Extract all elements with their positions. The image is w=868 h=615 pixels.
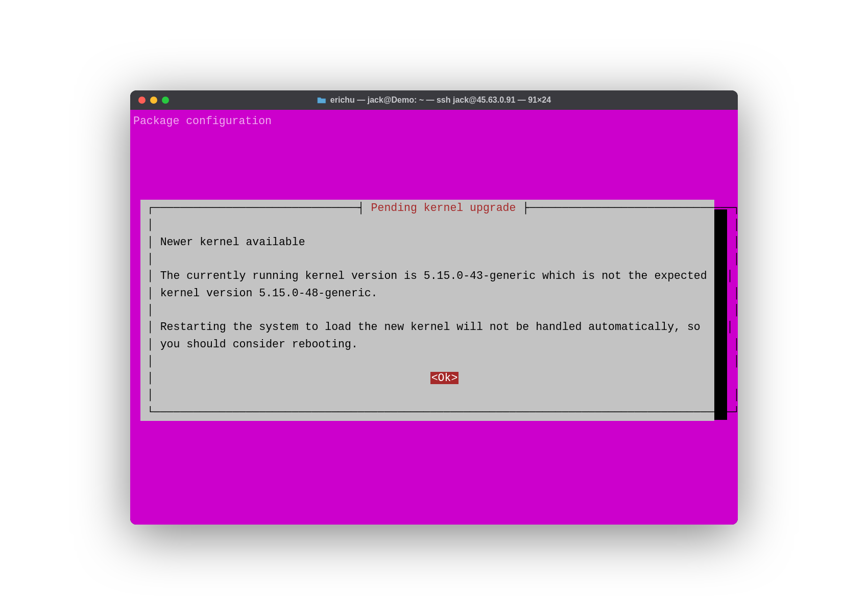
dialog-subtitle: Newer kernel available (160, 236, 305, 248)
dialog-body-line1: The currently running kernel version is … (160, 270, 707, 282)
dialog-body-line4: you should consider rebooting. (160, 338, 358, 350)
window-titlebar[interactable]: erichu — jack@Demo: ~ — ssh jack@45.63.0… (130, 90, 738, 110)
zoom-icon[interactable] (162, 97, 169, 104)
terminal-window: erichu — jack@Demo: ~ — ssh jack@45.63.0… (130, 90, 738, 525)
package-config-header: Package configuration (133, 113, 735, 130)
terminal-window-container: erichu — jack@Demo: ~ — ssh jack@45.63.0… (130, 90, 738, 525)
window-title-group: erichu — jack@Demo: ~ — ssh jack@45.63.0… (317, 96, 551, 105)
terminal-body[interactable]: Package configuration ┌─────────────────… (130, 110, 738, 525)
window-title: erichu — jack@Demo: ~ — ssh jack@45.63.0… (330, 96, 551, 105)
close-icon[interactable] (138, 97, 146, 104)
dialog-box: ┌───────────────────────────────┤ Pendin… (140, 200, 714, 421)
dialog-title: Pending kernel upgrade (371, 202, 516, 214)
minimize-icon[interactable] (150, 97, 157, 104)
dialog-body-line3: Restarting the system to load the new ke… (160, 321, 701, 333)
folder-icon (317, 97, 326, 104)
ok-button[interactable]: <Ok> (430, 372, 459, 384)
dialog-body-line2: kernel version 5.15.0-48-generic. (160, 287, 378, 299)
traffic-lights (138, 97, 169, 104)
dialog-content: ┌───────────────────────────────┤ Pendin… (140, 200, 714, 421)
